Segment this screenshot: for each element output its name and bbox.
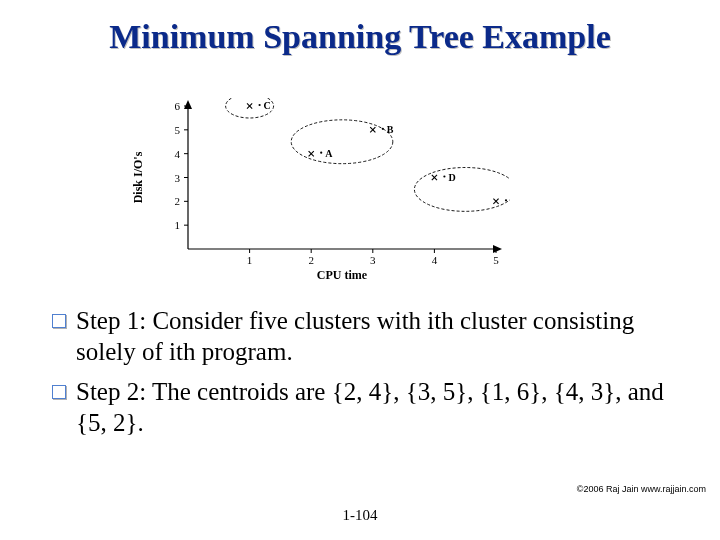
list-item: Step 1: Consider five clusters with ith … [52,305,672,368]
svg-text:Disk I/O's: Disk I/O's [131,151,145,203]
svg-point-37 [382,128,384,130]
slide: Minimum Spanning Tree Example 1234512345… [0,0,720,540]
svg-text:4: 4 [175,148,181,160]
svg-text:A: A [325,148,333,159]
svg-text:3: 3 [175,172,181,184]
scatter-chart-svg: 12345123456CPU timeDisk I/O'sABCDE [130,98,510,283]
svg-point-41 [259,104,261,106]
svg-text:C: C [264,100,271,111]
svg-text:CPU time: CPU time [317,268,368,282]
svg-text:D: D [448,172,455,183]
svg-point-49 [505,199,507,201]
svg-marker-3 [493,245,502,253]
svg-text:1: 1 [175,219,181,231]
svg-text:2: 2 [175,195,181,207]
scatter-chart: 12345123456CPU timeDisk I/O'sABCDE [130,98,510,283]
svg-text:1: 1 [247,254,253,266]
svg-text:5: 5 [175,124,181,136]
svg-text:B: B [387,124,394,135]
svg-text:3: 3 [370,254,376,266]
svg-text:6: 6 [175,100,181,112]
bullet-icon [52,385,66,399]
svg-marker-1 [184,100,192,109]
svg-text:2: 2 [308,254,314,266]
list-item: Step 2: The centroids are {2, 4}, {3, 5}… [52,376,672,439]
bullet-text: Step 1: Consider five clusters with ith … [76,305,672,368]
svg-point-30 [414,168,510,212]
svg-point-29 [291,120,393,164]
bullet-list: Step 1: Consider five clusters with ith … [52,305,672,446]
svg-point-45 [443,175,445,177]
bullet-icon [52,314,66,328]
slide-number: 1-104 [0,507,720,524]
svg-point-33 [320,152,322,154]
svg-text:5: 5 [493,254,499,266]
svg-text:4: 4 [432,254,438,266]
slide-title: Minimum Spanning Tree Example [0,18,720,56]
bullet-text: Step 2: The centroids are {2, 4}, {3, 5}… [76,376,672,439]
copyright-text: ©2006 Raj Jain www.rajjain.com [577,484,706,494]
